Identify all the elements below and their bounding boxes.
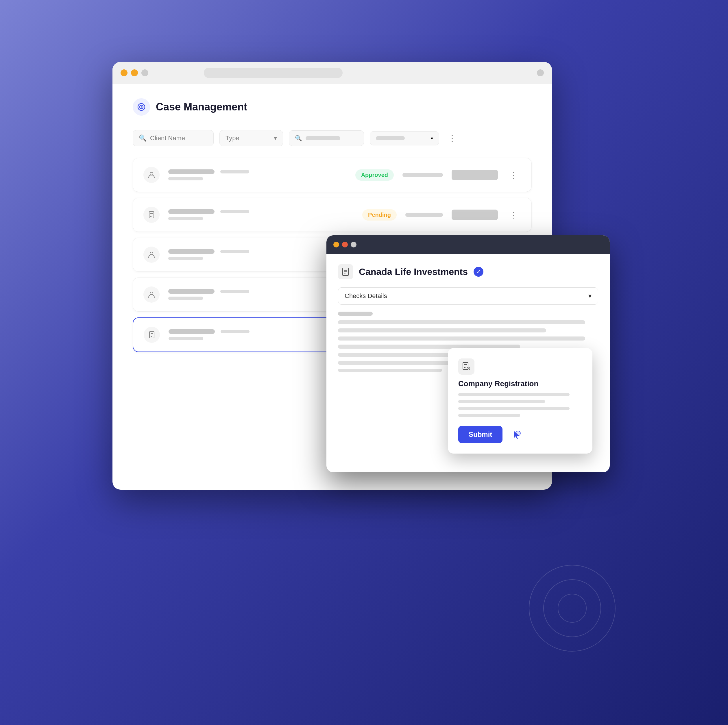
content-bar (338, 320, 585, 324)
submit-button[interactable]: Submit (458, 426, 503, 443)
case-sub-bar (168, 337, 203, 340)
case-date-bar (405, 213, 443, 217)
secondary-header: Canada Life Investments ✓ (338, 264, 598, 279)
tooltip-card: ? Company Registration Submit (448, 348, 592, 454)
case-name-bar (168, 329, 215, 334)
search-icon: 🔍 (139, 135, 147, 142)
person-icon (147, 291, 156, 298)
checks-dropdown[interactable]: Checks Details ▾ (338, 288, 598, 305)
action-bar (451, 170, 498, 180)
document-icon (147, 211, 156, 219)
deco-circle-1 (529, 565, 616, 652)
content-bar (338, 328, 546, 332)
case-type-bar (220, 330, 249, 333)
case-type-bar (220, 290, 249, 293)
client-name-input[interactable] (150, 135, 208, 142)
status-dropdown[interactable]: ▾ (370, 131, 439, 145)
sec-dot-maximize[interactable] (351, 242, 356, 248)
case-icon-person (144, 286, 160, 303)
table-row[interactable]: Approved ⋮ (133, 158, 532, 192)
page-title: Case Management (156, 101, 247, 113)
chevron-down-icon-2: ▾ (431, 136, 433, 141)
case-icon-document (144, 327, 160, 343)
case-details (168, 170, 347, 180)
content-top-bar (338, 312, 373, 316)
status-badge: Pending (362, 209, 397, 220)
case-sub-bar (168, 297, 203, 300)
case-sub-bar (168, 257, 203, 260)
deco-circle-2 (543, 579, 601, 637)
client-name-search[interactable]: 🔍 (133, 130, 214, 146)
person-icon (147, 251, 156, 259)
case-name-bar (168, 249, 214, 254)
row-more-button[interactable]: ⋮ (506, 168, 521, 182)
search-blur (306, 136, 340, 140)
verified-badge: ✓ (474, 267, 483, 277)
decorative-circles (500, 536, 616, 652)
secondary-titlebar (326, 235, 610, 254)
svg-point-2 (141, 106, 142, 107)
case-sub-bar (168, 177, 203, 180)
toolbar: 🔍 Type ▾ 🔍 ▾ ⋮ (133, 130, 532, 146)
logo-icon (137, 102, 146, 112)
chevron-down-icon: ▾ (274, 135, 277, 142)
case-details (168, 209, 353, 220)
sec-dot-close[interactable] (333, 242, 339, 248)
secondary-doc-icon (338, 264, 353, 279)
main-titlebar (112, 62, 552, 84)
status-badge: Approved (355, 170, 394, 180)
content-bar (338, 336, 585, 341)
table-row[interactable]: Pending ⋮ (133, 198, 532, 232)
company-reg-icon: ? (462, 362, 471, 371)
case-sub-bar (168, 217, 203, 220)
tooltip-doc-icon: ? (458, 358, 474, 375)
row-more-button[interactable]: ⋮ (506, 208, 521, 222)
tooltip-bars (458, 393, 582, 417)
content-bar (338, 369, 442, 372)
window-control (537, 69, 544, 76)
tooltip-title: Company Registration (458, 379, 582, 388)
more-options-button[interactable]: ⋮ (445, 131, 459, 145)
scene: Case Management 🔍 Type ▾ 🔍 ▾ (89, 44, 639, 681)
case-type-bar (220, 210, 249, 213)
app-logo (133, 98, 150, 116)
url-bar (204, 68, 343, 78)
type-dropdown[interactable]: Type ▾ (219, 130, 283, 146)
tooltip-footer: Submit (458, 426, 582, 443)
dot-maximize[interactable] (141, 69, 148, 76)
tooltip-bar (458, 393, 570, 396)
case-icon-person (144, 167, 160, 183)
cursor-icon (508, 427, 523, 442)
case-date-bar (402, 173, 443, 177)
case-type-bar (220, 250, 249, 253)
case-icon-document (144, 207, 160, 223)
case-icon-person (144, 246, 160, 263)
tooltip-bar (458, 407, 570, 410)
dot-minimize[interactable] (131, 69, 138, 76)
action-bar (451, 210, 498, 220)
search-icon-2: 🔍 (295, 135, 302, 142)
secondary-search[interactable]: 🔍 (289, 130, 364, 146)
doc-icon (341, 268, 350, 276)
tooltip-bar (458, 400, 545, 403)
sec-dot-minimize[interactable] (342, 242, 348, 248)
document-icon (148, 331, 156, 339)
click-cursor-icon (510, 429, 522, 440)
case-name-bar (168, 209, 214, 214)
case-name-bar (168, 289, 214, 294)
app-header: Case Management (133, 98, 532, 116)
deco-circle-3 (558, 594, 587, 623)
secondary-title: Canada Life Investments (359, 266, 468, 277)
svg-text:?: ? (468, 368, 469, 370)
checks-label: Checks Details (345, 292, 387, 300)
status-blur (376, 136, 405, 140)
tooltip-bar (458, 414, 520, 417)
case-type-bar (220, 170, 249, 173)
chevron-down-icon-sec: ▾ (588, 292, 592, 300)
dot-close[interactable] (121, 69, 127, 76)
type-label: Type (225, 135, 239, 142)
person-icon (147, 171, 156, 179)
case-name-bar (168, 170, 214, 174)
